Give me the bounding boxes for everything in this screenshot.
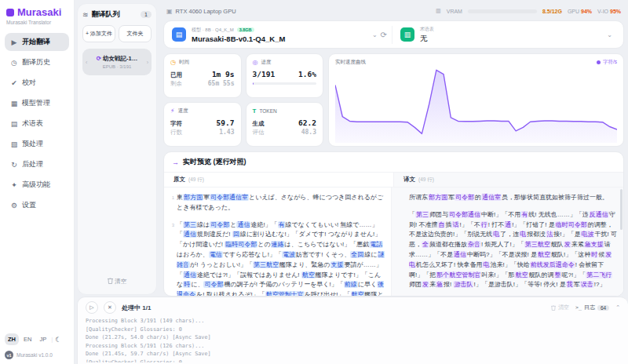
- paragraph-text: 東部方面軍司令部通信室といえば、さながら、蜂につつき回されるがごとき有様であった…: [177, 193, 385, 213]
- glossary-label: 术语表: [420, 26, 434, 33]
- term-highlight: 通信: [236, 221, 250, 228]
- sidebar-item-settings[interactable]: ⚙设置: [5, 196, 69, 214]
- term-highlight: 电: [482, 261, 490, 268]
- line-number: 3: [167, 220, 174, 296]
- version-row: v1 Murasaki v1.0.0: [5, 351, 69, 359]
- time-card: ◷时间 已用1m 9s 剩余65m 55s: [163, 53, 242, 98]
- translation-queue-panel: ≋ 翻译队列 1 + 添加文件 文件夹 ‹ ⟳ 幼女戦記-1… EPUB · 3…: [77, 3, 157, 295]
- sidebar-item-label: 翻译历史: [22, 57, 50, 67]
- legend-dot: [597, 60, 601, 64]
- chevron-down-icon[interactable]: ⌄: [372, 31, 378, 38]
- vram-bar: [468, 9, 537, 13]
- resume-button[interactable]: ▷: [86, 301, 98, 314]
- gpu-util-value: 94%: [581, 9, 592, 14]
- glossary-icon: ▥: [400, 27, 414, 42]
- speed-card: ⚡速度 字符59.7 行数1.43: [163, 102, 242, 147]
- line-number: 1: [167, 193, 174, 213]
- app-title: Murasaki: [17, 6, 61, 18]
- token-icon: T: [253, 107, 257, 115]
- term-highlight: 话: [451, 221, 459, 228]
- refresh-icon[interactable]: ⟳: [381, 31, 387, 39]
- term-highlight: 前线发后退命令: [530, 261, 575, 268]
- term-highlight: 部方面: [183, 194, 203, 201]
- chevron-down-icon[interactable]: ⌄: [607, 31, 612, 38]
- vram-icon: ▥: [436, 8, 441, 14]
- term-highlight: 第三航空: [253, 261, 279, 268]
- sidebar-item-label: 高级功能: [22, 180, 50, 190]
- time-elapsed: 1m 9s: [212, 70, 235, 78]
- progress-card: ◎进度 3/1911.6%: [246, 53, 324, 98]
- sidebar-item-proofread[interactable]: ✔校对: [5, 74, 69, 92]
- language-jp[interactable]: JP: [36, 333, 49, 345]
- queue-count-badge: 1: [141, 11, 152, 18]
- sidebar-item-model-management[interactable]: ▦模型管理: [5, 94, 69, 112]
- source-pane-header: 原文(49 行): [164, 173, 393, 187]
- log-line: Done (21.45s, 59.7 char/s) [Async Save]: [86, 350, 620, 359]
- queue-title: 翻译队列: [92, 9, 120, 20]
- terminal-icon: >_: [575, 304, 582, 311]
- term-highlight: 我: [566, 281, 574, 288]
- language-zh[interactable]: ZH: [5, 333, 19, 345]
- language-en[interactable]: EN: [20, 333, 35, 345]
- glossary-selector[interactable]: ▥ 术语表 无 ⌄: [392, 26, 615, 44]
- move-right-icon[interactable]: ›: [147, 60, 148, 65]
- sidebar-item-preprocess[interactable]: ▧预处理: [5, 135, 69, 153]
- speed-chart-card: 实时速度曲线 字符/s: [328, 53, 624, 147]
- log-toggle[interactable]: >_ 日志 64: [575, 304, 609, 311]
- term-highlight: 反通信: [589, 211, 609, 218]
- queue-icon: ≋: [82, 11, 89, 19]
- log-console: ▷ ✕ 处理中 1/1 清空 >_ 日志 64 ⌃ Processing B: [77, 297, 628, 364]
- term-highlight: 电: [492, 231, 500, 238]
- queue-item[interactable]: ‹ ⟳ 幼女戦記-1… EPUB · 3/191 ›: [82, 49, 152, 75]
- term-highlight: 臨時司令部: [225, 241, 257, 248]
- paragraph-row: 「第三师团与司令部通信中断!」「不用有线! 无线也……」「违反通信守则! 不准擅…: [400, 210, 617, 290]
- logo-icon: [6, 9, 14, 16]
- clear-log-button[interactable]: 清空: [551, 304, 569, 311]
- sidebar-item-label: 模型管理: [22, 98, 50, 108]
- paragraph-row: 所谓东部方面军司令部的通信室员，那惨状简直犹如被筛子筛过一般。: [400, 193, 617, 203]
- progress-bar: [253, 82, 317, 85]
- collapse-console-icon[interactable]: ⌃: [615, 304, 620, 311]
- sidebar-item-label: 开始翻译: [22, 37, 50, 47]
- term-highlight: 电: [519, 231, 527, 238]
- term-highlight: 司令部: [455, 194, 475, 201]
- model-selector[interactable]: ▤ 模型 · 8B · Q4_K_M3.8GB Murasaki-8B-v0.1…: [172, 27, 387, 43]
- gpu-status-bar: ▣ RTX 4060 Laptop GPU ▥ VRAM 8.5/12G GPU…: [163, 3, 624, 19]
- preview-scrollbar[interactable]: [620, 189, 623, 230]
- term-highlight: 航空: [351, 291, 365, 296]
- add-file-button[interactable]: + 添加文件: [82, 25, 115, 42]
- divider: |: [51, 336, 53, 343]
- vio-label: V-IO: [597, 9, 608, 14]
- queue-item-title: 幼女戦記-1…: [103, 55, 137, 62]
- speed-lines: 1.43: [219, 129, 234, 136]
- log-output[interactable]: Processing Block 3/191 (149 chars)...[Qu…: [86, 317, 620, 362]
- vram-value: 8.5/12G: [542, 9, 562, 14]
- term-highlight: 司令部: [203, 281, 224, 288]
- term-highlight: 游击队: [453, 281, 473, 288]
- term-highlight: 司令部: [210, 221, 230, 228]
- sidebar-item-glossary[interactable]: ▤术语表: [5, 115, 69, 133]
- sidebar-item-history[interactable]: ◷翻译历史: [5, 53, 69, 71]
- dark-mode-icon[interactable]: ☾: [55, 336, 61, 344]
- term-highlight: 那个航空管制官: [436, 271, 481, 278]
- sidebar: Murasaki Murasaki Translator ▶开始翻译◷翻译历史✔…: [0, 0, 75, 364]
- sidebar-item-advanced[interactable]: ✦高级功能: [5, 176, 69, 194]
- move-left-icon[interactable]: ‹: [86, 60, 87, 65]
- term-highlight: 发: [564, 241, 571, 248]
- sidebar-item-start-translate[interactable]: ▶开始翻译: [5, 33, 69, 51]
- progress-percent: 1.6%: [298, 70, 316, 78]
- term-highlight: 全回: [350, 251, 364, 258]
- term-highlight: 第三: [415, 211, 429, 218]
- token-eval: 48.3: [301, 129, 316, 136]
- stop-button[interactable]: ✕: [104, 301, 116, 314]
- clear-queue-button[interactable]: 清空: [82, 275, 152, 289]
- trash-icon: [551, 305, 556, 311]
- source-text-pane[interactable]: 1東部方面軍司令部通信室といえば、さながら、蜂につつき回されるがごとき有様であっ…: [164, 187, 391, 296]
- term-highlight: 第二飞行: [586, 271, 612, 278]
- legend-label: 字符/s: [603, 59, 617, 66]
- target-text-pane[interactable]: 所谓东部方面军司令部的通信室员，那惨状简直犹如被筛子筛过一般。「第三师团与司令部…: [391, 187, 623, 296]
- app-subtitle: Murasaki Translator: [6, 20, 69, 25]
- add-folder-button[interactable]: 文件夹: [119, 25, 152, 42]
- live-preview-panel: → 实时预览 (逐行对照) 原文(49 行) 译文(49 行) 1東部方面軍司令…: [163, 151, 624, 297]
- sidebar-item-postprocess[interactable]: ↻后处理: [5, 155, 69, 173]
